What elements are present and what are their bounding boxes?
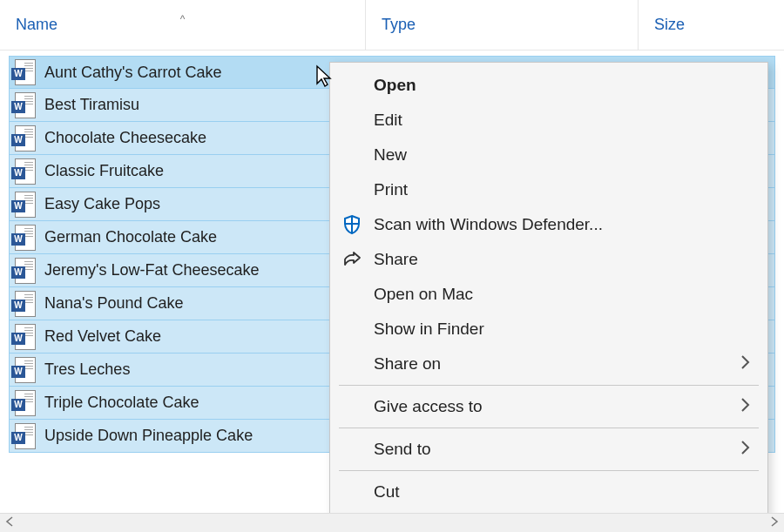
chevron-right-icon bbox=[740, 354, 752, 375]
chevron-right-icon bbox=[740, 396, 752, 418]
word-document-icon: W bbox=[15, 390, 36, 416]
menu-cut[interactable]: Cut bbox=[330, 475, 767, 509]
file-name-label: Chocolate Cheesecake bbox=[44, 129, 206, 147]
column-header-name[interactable]: ^ Name bbox=[0, 16, 365, 34]
file-name-label: Jeremy's Low-Fat Cheesecake bbox=[44, 261, 260, 279]
menu-edit[interactable]: Edit bbox=[330, 103, 767, 138]
menu-new[interactable]: New bbox=[330, 138, 767, 172]
word-document-icon: W bbox=[15, 423, 36, 449]
menu-cut-label: Cut bbox=[374, 482, 400, 502]
menu-open-mac-label: Open on Mac bbox=[374, 285, 473, 304]
column-header-size[interactable]: Size bbox=[638, 0, 784, 50]
menu-separator bbox=[339, 385, 759, 386]
sort-indicator-icon: ^ bbox=[180, 13, 186, 25]
scroll-right-icon[interactable] bbox=[765, 516, 784, 529]
scroll-left-icon[interactable] bbox=[0, 516, 19, 529]
menu-open[interactable]: Open bbox=[330, 68, 767, 103]
file-name-label: Triple Chocolate Cake bbox=[44, 394, 199, 412]
word-document-icon: W bbox=[15, 192, 36, 218]
menu-share[interactable]: Share bbox=[330, 242, 767, 277]
file-name-label: Aunt Cathy's Carrot Cake bbox=[44, 64, 222, 82]
menu-new-label: New bbox=[374, 145, 407, 165]
menu-share-label: Share bbox=[374, 250, 418, 269]
word-document-icon: W bbox=[15, 324, 36, 350]
menu-edit-label: Edit bbox=[374, 111, 402, 130]
word-document-icon: W bbox=[15, 291, 36, 317]
horizontal-scrollbar[interactable] bbox=[0, 513, 784, 532]
menu-share-on-label: Share on bbox=[374, 354, 441, 374]
file-name-label: Easy Cake Pops bbox=[44, 195, 160, 213]
menu-open-label: Open bbox=[374, 76, 416, 95]
menu-open-mac[interactable]: Open on Mac bbox=[330, 277, 767, 312]
menu-scan-label: Scan with Windows Defender... bbox=[374, 215, 603, 234]
column-name-label: Name bbox=[16, 16, 57, 33]
share-arrow-icon bbox=[339, 246, 365, 273]
word-document-icon: W bbox=[15, 357, 36, 383]
menu-print-label: Print bbox=[374, 180, 408, 199]
chevron-right-icon bbox=[740, 439, 752, 461]
file-name-label: German Chocolate Cake bbox=[44, 228, 217, 246]
file-name-label: Tres Leches bbox=[44, 360, 130, 379]
file-name-label: Red Velvet Cake bbox=[44, 327, 161, 346]
word-document-icon: W bbox=[15, 258, 36, 284]
file-name-label: Best Tiramisu bbox=[44, 96, 139, 114]
shield-icon bbox=[339, 212, 365, 238]
column-type-label: Type bbox=[382, 16, 416, 34]
menu-show-finder[interactable]: Show in Finder bbox=[330, 312, 767, 347]
column-header: ^ Name Type Size bbox=[0, 0, 784, 51]
menu-send-to[interactable]: Send to bbox=[330, 432, 767, 467]
menu-give-access-label: Give access to bbox=[374, 397, 483, 416]
file-name-label: Upside Down Pineapple Cake bbox=[44, 427, 253, 445]
word-document-icon: W bbox=[15, 59, 36, 85]
menu-scan-defender[interactable]: Scan with Windows Defender... bbox=[330, 207, 767, 242]
word-document-icon: W bbox=[15, 125, 36, 152]
menu-give-access[interactable]: Give access to bbox=[330, 389, 767, 424]
column-header-type[interactable]: Type bbox=[365, 0, 638, 50]
menu-separator bbox=[339, 470, 759, 471]
word-document-icon: W bbox=[15, 225, 36, 251]
menu-show-finder-label: Show in Finder bbox=[374, 320, 484, 339]
context-menu: Open Edit New Print Scan with Windows De… bbox=[329, 62, 768, 515]
menu-print[interactable]: Print bbox=[330, 172, 767, 207]
menu-share-on[interactable]: Share on bbox=[330, 347, 767, 381]
file-name-label: Nana's Pound Cake bbox=[44, 294, 184, 313]
file-name-label: Classic Fruitcake bbox=[44, 162, 164, 180]
column-size-label: Size bbox=[654, 16, 685, 34]
word-document-icon: W bbox=[15, 92, 36, 118]
menu-separator bbox=[339, 428, 759, 428]
menu-send-to-label: Send to bbox=[374, 440, 431, 459]
word-document-icon: W bbox=[15, 158, 36, 185]
